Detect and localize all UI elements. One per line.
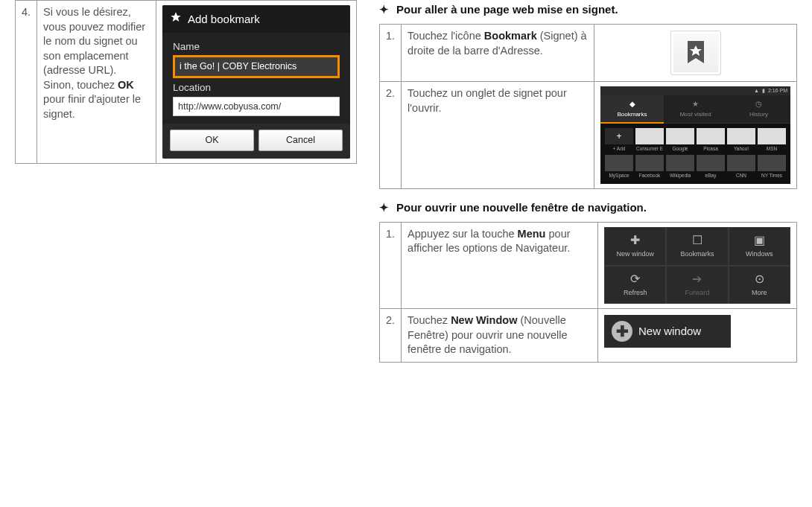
bookmark-item-add[interactable]: ++ Add [605,128,633,153]
bookmark-label: Picasa [703,146,718,151]
bookmark-label: Wikipedia [670,173,691,178]
arrow-right-icon: ➔ [667,271,727,287]
emphasis-new-window: New Window [451,314,517,326]
table-row: 2. Touchez New Window (Nouvelle Fenêtre)… [380,309,797,363]
section-title-text: Pour ouvrir une nouvelle fenêtre de navi… [396,201,647,214]
bookmark-label: NY Times [761,173,782,178]
plus-icon: + [605,128,633,144]
star-icon [170,11,182,27]
text-fragment: Appuyez sur la touche [407,228,518,240]
text-fragment: pour finir d'ajouter le signet. [43,93,141,120]
text-fragment: Touchez [407,314,451,326]
tab-label: Bookmarks [617,111,647,118]
ribbon-icon: ◆ [600,99,664,109]
plus-circle-icon: ✚ [612,321,632,342]
status-time: 2:16 PM [768,87,787,94]
add-bookmark-dialog: Add bookmark Name i the Go! | COBY Elect… [162,5,350,159]
screenshot-cell [594,25,797,82]
status-bar: ▲ ▮ 2:16 PM [600,86,790,95]
menu-label: Windows [746,250,773,258]
step-number: 1. [380,222,402,308]
bookmark-star-icon [685,39,707,66]
menu-item-forward[interactable]: ➔Forward [666,266,728,304]
bookmark-label: Google [673,146,688,151]
bookmark-item[interactable]: Wikipedia [666,155,694,179]
bookmark-tile-button[interactable] [670,31,721,75]
location-input[interactable]: http://www.cobyusa.com/ [173,97,340,117]
emphasis-bookmark: Bookmark [484,30,537,42]
menu-item-new-window[interactable]: ✚New window [604,227,666,266]
bookmark-item[interactable]: NY Times [758,155,786,179]
tab-row: ◆Bookmarks ★Most visited ◷History [600,95,790,124]
bullet-icon: ✦ [379,201,389,214]
step-number: 1. [380,25,402,82]
section-heading: ✦Pour ouvrir une nouvelle fenêtre de nav… [379,201,797,214]
bookmark-item[interactable]: MySpace [605,155,633,179]
bookmark-label: Consumer E [636,146,663,151]
step-text: Touchez l'icône Bookmark (Signet) à droi… [402,25,594,82]
bookmark-item[interactable]: MSN [758,128,786,153]
menu-label: Forward [685,289,709,296]
bookmark-item[interactable]: Yahoo! [727,128,755,153]
bullet-icon: ✦ [379,3,389,16]
bookmark-label: Facebook [639,173,661,178]
table-left: 4. Si vous le désirez, vous pouvez modif… [15,0,357,164]
clock-icon: ◷ [727,99,790,109]
section-title-text: Pour aller à une page web mise en signet… [396,3,618,16]
menu-item-windows[interactable]: ▣Windows [729,227,790,266]
table-row: 4. Si vous le désirez, vous pouvez modif… [16,1,357,164]
step-number: 4. [16,1,37,164]
screenshot-cell: Add bookmark Name i the Go! | COBY Elect… [156,1,357,164]
bookmark-label: eBay [705,173,717,178]
svg-marker-0 [171,12,180,22]
bookmark-item[interactable]: Consumer E [635,128,664,153]
bookmark-item[interactable]: Google [666,128,694,153]
table-row: 1. Appuyez sur la touche Menu pour affic… [380,222,797,308]
name-field-highlight: i the Go! | COBY Electronics [173,55,340,78]
table-section-a: 1. Touchez l'icône Bookmark (Signet) à d… [379,24,797,189]
table-row: 2. Touchez un onglet de signet pour l'ou… [380,82,797,189]
new-window-button[interactable]: ✚ New window [604,315,731,348]
menu-item-more[interactable]: ⊙More [729,266,790,304]
screenshot-cell: ✚New window ☐Bookmarks ▣Windows ⟳Refresh… [598,222,797,308]
bookmark-label: + Add [613,146,626,151]
bookmarks-grid: ++ Add Consumer E Google Picasa Yahoo! M… [600,124,790,184]
step-text: Touchez un onglet de signet pour l'ouvri… [402,82,594,189]
menu-item-bookmarks[interactable]: ☐Bookmarks [666,227,728,266]
screenshot-cell: ✚ New window [598,309,797,363]
wifi-icon: ▲ [754,87,759,94]
step-number: 2. [380,82,402,189]
name-input[interactable]: i the Go! | COBY Electronics [175,57,337,76]
text-fragment: Touchez l'icône [407,30,484,42]
more-icon: ⊙ [729,271,790,287]
dialog-header: Add bookmark [162,5,350,33]
ribbon-icon: ☐ [667,232,727,249]
bookmark-label: MSN [767,146,777,151]
cancel-button[interactable]: Cancel [258,130,343,151]
emphasis-menu: Menu [518,228,546,240]
tab-label: History [749,111,768,118]
step-text: Appuyez sur la touche Menu pour afficher… [402,222,598,308]
bookmark-item[interactable]: eBay [697,155,725,179]
ok-button[interactable]: OK [170,130,254,151]
tab-history[interactable]: ◷History [727,95,790,124]
step-text: Touchez New Window (Nouvelle Fenêtre) po… [402,309,598,363]
browser-options-menu: ✚New window ☐Bookmarks ▣Windows ⟳Refresh… [604,227,790,304]
tab-bookmarks[interactable]: ◆Bookmarks [600,95,664,124]
text-fragment: Si vous le désirez, vous pouvez modifier… [43,6,145,91]
battery-icon: ▮ [762,87,765,94]
plus-circle-icon: ✚ [605,232,665,249]
table-section-b: 1. Appuyez sur la touche Menu pour affic… [379,222,797,363]
tab-most-visited[interactable]: ★Most visited [664,95,727,124]
bookmark-item[interactable]: Facebook [635,155,664,179]
bookmark-item[interactable]: Picasa [697,128,725,153]
bookmark-label: Yahoo! [734,146,749,151]
menu-label: Refresh [624,289,647,296]
menu-label: New window [616,250,654,258]
dialog-title: Add bookmark [188,12,260,27]
menu-item-refresh[interactable]: ⟳Refresh [604,266,666,304]
bookmark-item[interactable]: CNN [727,155,755,179]
star-icon: ★ [664,99,727,109]
bookmark-label: CNN [736,173,746,178]
menu-label: More [752,289,767,296]
